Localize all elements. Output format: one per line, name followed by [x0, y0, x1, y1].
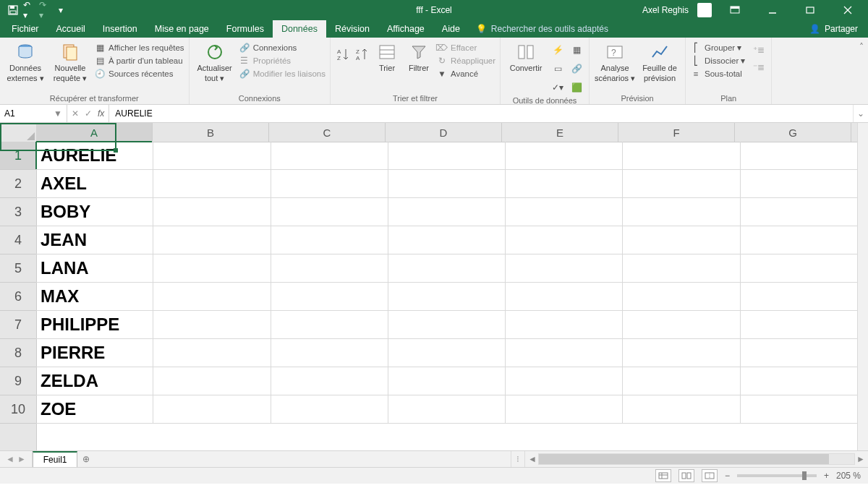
subtotal-button[interactable]: ≡Sous-total: [690, 68, 745, 80]
tab-revision[interactable]: Révision: [326, 20, 378, 38]
cell[interactable]: [623, 339, 740, 367]
user-name[interactable]: Axel Reghis: [642, 5, 689, 15]
row-header[interactable]: 6: [0, 283, 36, 311]
page-layout-view-button[interactable]: [678, 469, 694, 482]
refresh-all-button[interactable]: Actualiser tout ▾: [194, 39, 236, 82]
cell[interactable]: [271, 226, 388, 254]
cell[interactable]: [506, 142, 623, 169]
cell[interactable]: [741, 311, 858, 338]
ungroup-button[interactable]: ⎣Dissocier ▾: [690, 55, 745, 67]
cell[interactable]: [388, 254, 506, 282]
zoom-out-button[interactable]: −: [725, 471, 730, 481]
formula-input[interactable]: AURELIE: [109, 105, 853, 122]
cell[interactable]: [741, 142, 858, 169]
zoom-level[interactable]: 205 %: [836, 471, 861, 481]
cell[interactable]: [271, 254, 388, 282]
ribbon-options-icon[interactable]: [720, 0, 749, 20]
from-table-button[interactable]: ▤À partir d'un tableau: [94, 55, 184, 67]
collapse-ribbon-icon[interactable]: ˄: [859, 42, 864, 52]
cell[interactable]: [271, 311, 388, 338]
cell[interactable]: [271, 339, 388, 367]
flash-fill-button[interactable]: ⚡: [550, 42, 566, 58]
cell[interactable]: [153, 311, 271, 338]
cell[interactable]: [506, 283, 623, 310]
cell[interactable]: [388, 170, 506, 197]
cell[interactable]: [506, 367, 623, 395]
connections-button[interactable]: 🔗Connexions: [239, 42, 326, 53]
cell[interactable]: [623, 226, 740, 254]
cell[interactable]: PIERRE: [36, 339, 153, 367]
cell[interactable]: [388, 395, 506, 423]
chevron-down-icon[interactable]: ▼: [54, 108, 62, 119]
cell[interactable]: [153, 367, 271, 395]
vertical-scrollbar[interactable]: [857, 123, 868, 450]
spreadsheet-grid[interactable]: ABCDEFG 12345678910 AURELIEAXELBOBYJEANL…: [0, 123, 868, 450]
cell[interactable]: BOBY: [36, 198, 153, 226]
redo-icon[interactable]: ↷ ▾: [39, 4, 51, 16]
cell[interactable]: AURELIE: [36, 142, 153, 169]
cell[interactable]: [741, 226, 858, 254]
cell[interactable]: [153, 142, 271, 169]
cell[interactable]: [388, 198, 506, 226]
sort-az-button[interactable]: AZ: [335, 46, 351, 62]
cell[interactable]: ZOE: [36, 395, 153, 423]
cell[interactable]: [388, 142, 506, 169]
text-to-columns-button[interactable]: Convertir: [505, 39, 547, 72]
horizontal-scrollbar[interactable]: ◄ ►: [525, 451, 868, 467]
cell[interactable]: [741, 283, 858, 310]
row-header[interactable]: 4: [0, 226, 36, 254]
data-validation-button[interactable]: ✓▾: [550, 80, 566, 95]
cell[interactable]: [506, 254, 623, 282]
new-sheet-button[interactable]: ⊕: [77, 451, 95, 467]
row-header[interactable]: 1: [0, 142, 36, 170]
tell-me-search[interactable]: 💡 Rechercher des outils adaptés: [469, 20, 616, 38]
cell[interactable]: [271, 198, 388, 226]
remove-duplicates-button[interactable]: ▭: [550, 61, 566, 77]
cell[interactable]: [741, 254, 858, 282]
maximize-button[interactable]: [796, 0, 825, 20]
qat-customize-icon[interactable]: ▾: [55, 4, 67, 16]
row-header[interactable]: 9: [0, 367, 36, 395]
cell[interactable]: [153, 170, 271, 197]
cell[interactable]: [506, 226, 623, 254]
cell[interactable]: [388, 311, 506, 338]
share-button[interactable]: 👤 Partager: [799, 20, 868, 38]
cell[interactable]: [271, 395, 388, 423]
sheet-tab[interactable]: Feuil1: [33, 451, 78, 467]
recent-sources-button[interactable]: 🕘Sources récentes: [94, 68, 184, 80]
new-query-button[interactable]: Nouvelle requête ▾: [49, 39, 91, 82]
column-header[interactable]: A: [36, 123, 153, 142]
name-box[interactable]: A1 ▼: [0, 105, 67, 122]
cell[interactable]: MAX: [36, 283, 153, 310]
group-button[interactable]: ⎡Grouper ▾: [690, 42, 745, 53]
cell[interactable]: [623, 142, 740, 169]
sort-za-button[interactable]: ZA: [354, 46, 370, 62]
zoom-slider[interactable]: [737, 474, 817, 477]
close-button[interactable]: [833, 0, 862, 20]
page-break-view-button[interactable]: [702, 469, 718, 482]
cell[interactable]: [623, 311, 740, 338]
cell[interactable]: [271, 283, 388, 310]
column-header[interactable]: G: [735, 123, 851, 142]
row-header[interactable]: 2: [0, 170, 36, 198]
hide-detail-button[interactable]: ⁻≣: [751, 59, 767, 75]
tab-donnees[interactable]: Données: [273, 20, 326, 38]
row-header[interactable]: 8: [0, 339, 36, 367]
cell[interactable]: [153, 339, 271, 367]
cell[interactable]: [506, 170, 623, 197]
cell[interactable]: [271, 142, 388, 169]
show-queries-button[interactable]: ▦Afficher les requêtes: [94, 42, 184, 53]
tab-formules[interactable]: Formules: [218, 20, 273, 38]
cell[interactable]: [153, 226, 271, 254]
cell[interactable]: [623, 395, 740, 423]
tab-affichage[interactable]: Affichage: [378, 20, 433, 38]
scroll-right-icon[interactable]: ►: [855, 454, 867, 464]
cell[interactable]: [388, 283, 506, 310]
cell[interactable]: [153, 198, 271, 226]
tab-accueil[interactable]: Accueil: [48, 20, 94, 38]
cell[interactable]: [271, 170, 388, 197]
sort-button[interactable]: Trier: [373, 39, 401, 72]
tab-mise-en-page[interactable]: Mise en page: [146, 20, 218, 38]
cell[interactable]: [623, 283, 740, 310]
external-data-button[interactable]: Données externes ▾: [4, 39, 46, 82]
